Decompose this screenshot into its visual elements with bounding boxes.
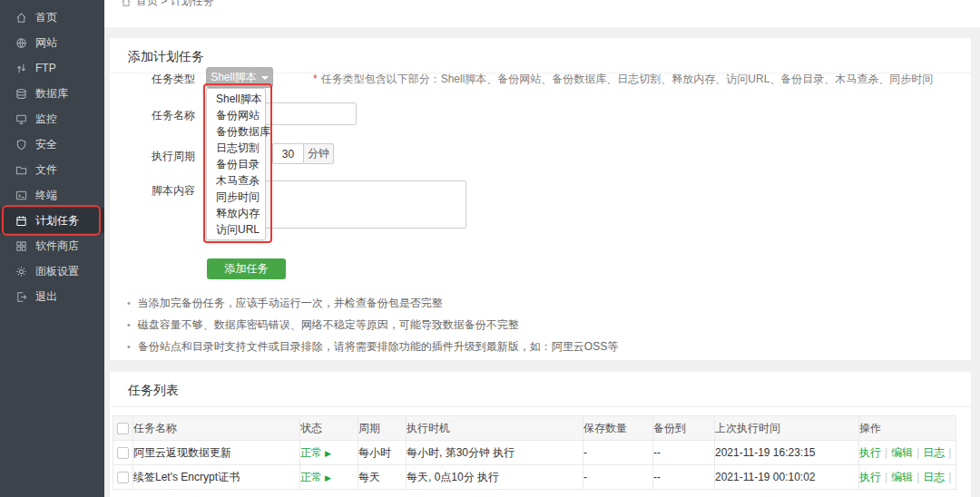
- sidebar-item-scheduled-tasks[interactable]: 计划任务: [0, 208, 104, 233]
- dropdown-option-shell[interactable]: Shell脚本: [207, 91, 265, 107]
- home-icon: [15, 12, 27, 24]
- cycle-cell: 每天: [358, 465, 407, 490]
- breadcrumb-text: 首页 > 计划任务: [136, 0, 214, 9]
- logout-icon: [15, 291, 27, 303]
- log-link[interactable]: 日志: [923, 446, 945, 459]
- edit-link[interactable]: 编辑: [891, 446, 913, 459]
- separator: |: [916, 446, 919, 459]
- bullet-dot: •: [127, 341, 131, 352]
- last-exec-cell: 2021-11-19 00:10:02: [715, 465, 859, 490]
- column-header-keep: 保存数量: [583, 416, 653, 441]
- top-bar: 首页 > 计划任务: [104, 0, 980, 27]
- backup-to-cell: --: [653, 465, 715, 490]
- run-link[interactable]: 执行: [859, 471, 881, 483]
- sidebar-item-files[interactable]: 文件: [0, 157, 104, 182]
- status-cell: 正常▶: [300, 441, 358, 465]
- table-row: 阿里云返现数据更新 正常▶ 每小时 每小时, 第30分钟 执行 - -- 202…: [113, 441, 956, 465]
- timing-cell: 每天, 0点10分 执行: [407, 465, 583, 490]
- sidebar-item-label: 文件: [35, 162, 57, 178]
- chevron-down-icon: [261, 76, 269, 80]
- column-header-backup-to: 备份到: [653, 416, 715, 441]
- sidebar-item-label: 退出: [35, 289, 57, 305]
- sidebar-item-logout[interactable]: 退出: [0, 284, 104, 309]
- row-checkbox[interactable]: [117, 447, 129, 459]
- sidebar-item-security[interactable]: 安全: [0, 132, 104, 157]
- database-icon: [15, 88, 27, 100]
- row-checkbox[interactable]: [117, 472, 129, 483]
- ftp-transfer-icon: [15, 63, 27, 74]
- edit-link[interactable]: 编辑: [891, 471, 913, 483]
- dropdown-option-visit-url[interactable]: 访问URL: [207, 221, 265, 238]
- log-link[interactable]: 日志: [923, 471, 945, 483]
- separator: |: [885, 446, 887, 459]
- task-type-value: Shell脚本: [211, 70, 257, 85]
- column-header-actions: 操作: [859, 416, 956, 441]
- play-icon: ▶: [325, 449, 331, 458]
- delete-link[interactable]: 删除: [955, 471, 956, 483]
- breadcrumb[interactable]: 首页 > 计划任务: [121, 0, 214, 9]
- cycle-minutes-input[interactable]: [272, 143, 303, 164]
- sidebar-item-label: 安全: [35, 137, 57, 152]
- sidebar: 首页 网站 FTP 数据库 监控 安全 文件 终端: [0, 0, 104, 497]
- run-link[interactable]: 执行: [859, 446, 881, 459]
- script-label: 脚本内容: [123, 183, 195, 199]
- task-list-title: 任务列表: [128, 383, 179, 399]
- task-list-card: 任务列表 任务名称 状态 周期 执行时机 保存数量 备份到 上次执行时间 操作: [110, 372, 971, 497]
- cycle-label: 执行周期: [123, 149, 195, 164]
- gear-icon: [15, 266, 27, 278]
- table-header-row: 任务名称 状态 周期 执行时机 保存数量 备份到 上次执行时间 操作: [113, 416, 956, 441]
- monitor-icon: [15, 113, 27, 125]
- dropdown-option-sync-time[interactable]: 同步时间: [207, 189, 265, 205]
- dropdown-option-backup-site[interactable]: 备份网站: [207, 107, 265, 123]
- task-type-label: 任务类型: [123, 72, 195, 87]
- delete-link[interactable]: 删除: [955, 446, 956, 459]
- scheduled-tasks-page: 首页 网站 FTP 数据库 监控 安全 文件 终端: [0, 0, 980, 497]
- dropdown-option-free-memory[interactable]: 释放内存: [207, 205, 265, 221]
- sidebar-item-label: FTP: [35, 62, 56, 74]
- table-row: 续签Let's Encrypt证书 正常▶ 每天 每天, 0点10分 执行 - …: [113, 465, 956, 490]
- column-header-status: 状态: [300, 416, 358, 441]
- dropdown-option-log-split[interactable]: 日志切割: [207, 140, 265, 156]
- timing-cell: 每小时, 第30分钟 执行: [407, 441, 583, 465]
- sidebar-item-home[interactable]: 首页: [0, 5, 104, 30]
- dropdown-option-backup-db[interactable]: 备份数据库: [207, 123, 265, 140]
- last-exec-cell: 2021-11-19 16:23:15: [715, 441, 859, 465]
- required-asterisk: *: [313, 73, 318, 85]
- separator: |: [948, 471, 951, 483]
- actions-cell: 执行|编辑|日志|删除: [859, 465, 956, 490]
- sidebar-item-label: 数据库: [35, 86, 68, 102]
- cycle-group: 分钟: [272, 143, 334, 164]
- task-name-label: 任务名称: [123, 108, 195, 123]
- note-item: •备份站点和目录时支持文件或目录排除，请将需要排除功能的插件升级到最新版，如：阿…: [127, 336, 618, 357]
- task-name-cell: 续签Let's Encrypt证书: [133, 465, 300, 490]
- sidebar-item-app-store[interactable]: 软件商店: [0, 233, 104, 258]
- bullet-dot: •: [127, 297, 131, 308]
- add-task-card-title: 添加计划任务: [128, 49, 204, 65]
- home-icon: [121, 0, 132, 7]
- keep-cell: -: [583, 465, 653, 490]
- task-type-select[interactable]: Shell脚本: [206, 67, 273, 88]
- divider: [110, 406, 971, 407]
- task-type-dropdown-menu: Shell脚本 备份网站 备份数据库 日志切割 备份目录 木马查杀 同步时间 释…: [206, 88, 266, 240]
- folder-icon: [15, 164, 27, 176]
- sidebar-item-monitor[interactable]: 监控: [0, 106, 104, 132]
- cycle-unit-addon: 分钟: [303, 143, 334, 164]
- add-task-button[interactable]: 添加任务: [207, 258, 286, 279]
- sidebar-item-panel-settings[interactable]: 面板设置: [0, 258, 104, 284]
- dropdown-option-backup-dir[interactable]: 备份目录: [207, 156, 265, 172]
- separator: |: [948, 446, 951, 459]
- notes-list: •当添加完备份任务，应该手动运行一次，并检查备份包是否完整 •磁盘容量不够、数据…: [127, 292, 618, 357]
- sidebar-item-ftp[interactable]: FTP: [0, 55, 104, 81]
- dropdown-option-scan[interactable]: 木马查杀: [207, 172, 265, 189]
- backup-to-cell: --: [653, 441, 715, 465]
- column-header-timing: 执行时机: [407, 416, 583, 441]
- add-task-card: 添加计划任务 任务类型 Shell脚本 *任务类型包含以下部分：Shell脚本、…: [110, 38, 971, 360]
- sidebar-item-label: 首页: [35, 10, 57, 25]
- select-all-checkbox[interactable]: [117, 423, 129, 434]
- sidebar-item-terminal[interactable]: 终端: [0, 182, 104, 208]
- task-table: 任务名称 状态 周期 执行时机 保存数量 备份到 上次执行时间 操作 阿里云返现…: [113, 415, 956, 490]
- note-item: •磁盘容量不够、数据库密码错误、网络不稳定等原因，可能导致数据备份不完整: [127, 314, 618, 336]
- sidebar-item-website[interactable]: 网站: [0, 30, 104, 55]
- task-name-cell: 阿里云返现数据更新: [133, 441, 300, 465]
- sidebar-item-database[interactable]: 数据库: [0, 81, 104, 106]
